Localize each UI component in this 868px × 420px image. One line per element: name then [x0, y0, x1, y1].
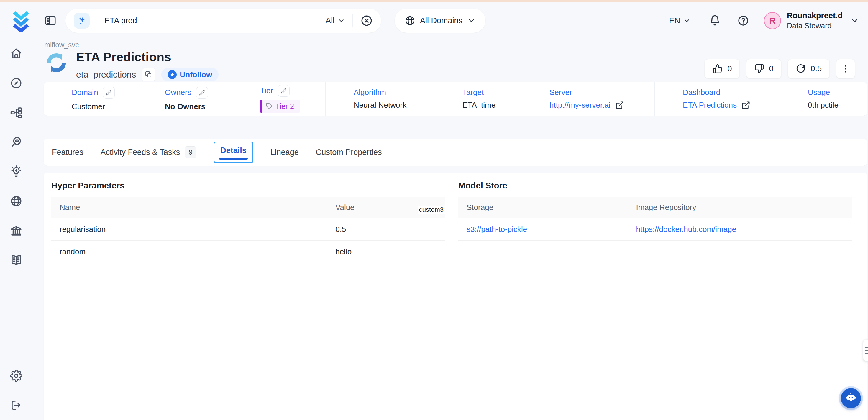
dashboard-name: ETA Predictions — [683, 100, 737, 110]
globe-icon — [405, 16, 415, 26]
version-history-icon — [796, 64, 806, 74]
domains-filter-label: All Domains — [420, 16, 462, 25]
sidebar-item-domains[interactable] — [0, 186, 32, 216]
tab-label: Custom Properties — [316, 148, 382, 157]
tab-features[interactable]: Features — [52, 148, 84, 157]
sidebar-item-settings[interactable] — [0, 361, 32, 390]
meta-label: Owners — [165, 88, 191, 97]
sidebar-toggle-icon[interactable] — [44, 14, 57, 27]
copy-icon[interactable] — [142, 68, 155, 82]
chevron-down-icon — [337, 17, 345, 25]
side-widget-handle[interactable] — [863, 340, 868, 361]
dashboard-link[interactable]: ETA Predictions — [683, 100, 779, 110]
sidebar-item-discovery[interactable] — [0, 127, 32, 157]
model-store-table: Storage Image Repository s3://path-to-pi… — [458, 197, 852, 241]
tab-activity-feeds[interactable]: Activity Feeds & Tasks 9 — [100, 146, 197, 158]
tab-lineage[interactable]: Lineage — [271, 148, 299, 157]
gear-icon — [10, 369, 23, 382]
thumbs-up-icon — [713, 64, 722, 74]
meta-algorithm: Algorithm Neural Network — [325, 82, 434, 116]
ai-sparkle-icon[interactable] — [74, 13, 90, 29]
version-number: 0.5 — [810, 64, 822, 73]
tab-bar: Features Activity Feeds & Tasks 9 Detail… — [44, 139, 867, 166]
details-panel: Hyper Parameters Name Value regularisati… — [44, 173, 867, 420]
param-name: random — [51, 241, 327, 263]
app-logo-icon — [11, 9, 31, 32]
sidebar-item-home[interactable] — [0, 39, 32, 68]
sidebar-item-logout[interactable] — [0, 390, 32, 420]
upvote-button[interactable]: 0 — [705, 59, 740, 79]
storage-link[interactable]: s3://path-to-pickle — [458, 218, 628, 241]
meta-value: ETA_time — [462, 100, 521, 110]
sidebar-item-govern[interactable] — [0, 216, 32, 245]
meta-label: Target — [462, 88, 484, 97]
domains-filter-button[interactable]: All Domains — [395, 8, 486, 33]
meta-value: Neural Network — [353, 100, 434, 110]
tier-badge[interactable]: Tier 2 — [260, 100, 300, 113]
top-accent-strip — [0, 0, 868, 2]
search-eye-icon — [10, 136, 23, 148]
server-url: http://my-server.ai — [550, 100, 611, 110]
column-header: Name — [51, 197, 327, 218]
flow-icon — [10, 107, 23, 119]
meta-label: Domain — [72, 88, 98, 97]
meta-domain: Domain Customer — [44, 82, 136, 116]
version-button[interactable]: 0.5 — [788, 59, 830, 79]
left-sidebar — [0, 39, 32, 420]
section-title: Model Store — [458, 181, 852, 190]
section-title: Hyper Parameters — [51, 181, 445, 190]
kebab-icon — [841, 64, 850, 74]
search-scope-label: All — [326, 16, 335, 25]
compass-icon — [10, 77, 23, 89]
edit-owners-icon[interactable] — [196, 87, 208, 98]
chevron-down-icon — [467, 17, 475, 25]
server-link[interactable]: http://my-server.ai — [550, 100, 654, 110]
tab-label: Details — [220, 146, 247, 155]
sidebar-item-data-flow[interactable] — [0, 98, 32, 127]
meta-label: Server — [550, 88, 572, 97]
tab-label: Lineage — [271, 148, 299, 157]
avatar-initial: R — [769, 16, 776, 26]
logout-icon — [10, 399, 23, 412]
search-input[interactable] — [104, 16, 326, 25]
home-icon — [10, 48, 23, 60]
tier-label: Tier 2 — [276, 102, 294, 111]
user-menu[interactable]: Rounakpreet.d Data Steward — [787, 11, 843, 31]
sidebar-item-explore[interactable] — [0, 68, 32, 98]
help-icon[interactable] — [737, 15, 749, 27]
robot-icon — [845, 392, 857, 404]
tab-label: Activity Feeds & Tasks — [100, 148, 180, 157]
search-divider — [352, 14, 353, 27]
downvote-count: 0 — [769, 64, 773, 73]
tab-details[interactable]: Details — [214, 142, 253, 163]
star-icon — [168, 70, 177, 79]
edit-domain-icon[interactable] — [103, 87, 115, 98]
chatbot-button[interactable] — [841, 388, 861, 408]
hyper-parameters-section: Hyper Parameters Name Value regularisati… — [51, 181, 445, 420]
sidebar-item-insights[interactable] — [0, 157, 32, 186]
unfollow-button[interactable]: Unfollow — [161, 68, 219, 82]
global-search-bar[interactable]: All — [65, 8, 381, 33]
activity-count-badge: 9 — [185, 146, 196, 158]
image-repository-link[interactable]: https://docker.hub.com/image — [628, 218, 852, 241]
downvote-button[interactable]: 0 — [746, 59, 781, 79]
tab-custom-properties[interactable]: Custom Properties — [316, 148, 382, 157]
entity-actions: 0 0 0.5 — [705, 59, 855, 79]
metadata-bar: Domain Customer Owners No Owners Tier Ti… — [44, 82, 867, 116]
clear-search-icon[interactable] — [361, 14, 373, 27]
avatar[interactable]: R — [764, 12, 781, 29]
edit-tier-icon[interactable] — [278, 85, 290, 97]
tab-label: Features — [52, 148, 84, 157]
notifications-bell-icon[interactable] — [709, 15, 721, 27]
meta-label: Usage — [808, 88, 830, 97]
breadcrumb[interactable]: mlflow_svc — [44, 41, 79, 49]
chevron-down-icon[interactable] — [850, 16, 859, 25]
search-scope-select[interactable]: All — [326, 16, 345, 25]
search-divider — [97, 14, 97, 27]
thumbs-down-icon — [754, 64, 764, 74]
language-select[interactable]: EN — [669, 16, 691, 25]
meta-value: Customer — [72, 102, 136, 111]
table-row: regularisation 0.5 — [51, 218, 445, 241]
more-menu-button[interactable] — [836, 59, 855, 79]
sidebar-item-knowledge-center[interactable] — [0, 245, 32, 275]
